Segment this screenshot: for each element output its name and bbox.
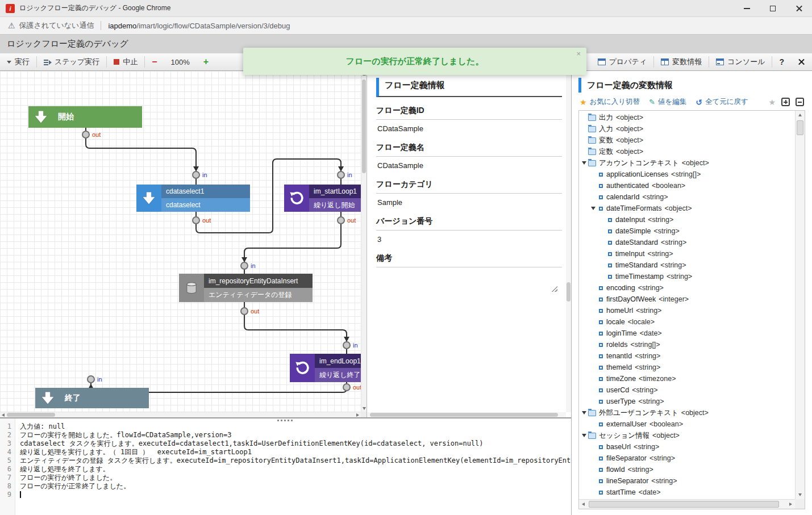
flow-info-panel-title: フロー定義情報 [376, 78, 562, 97]
titlebar: i ロジックフロー定義のデバッグ - Google Chrome [0, 0, 812, 17]
tree-item[interactable]: 入力<object> [579, 123, 795, 135]
resize-grip[interactable] [551, 286, 557, 292]
canvas-horizontal-scrollbar[interactable] [0, 412, 361, 417]
collapse-all-button[interactable] [796, 98, 804, 106]
flow-node-im_endLoop1[interactable]: im_endLoop1繰り返し終了 [290, 354, 361, 382]
variable-type: <timezone> [639, 375, 676, 383]
expand-icon[interactable] [582, 411, 586, 414]
scrollbar-thumb[interactable] [797, 120, 803, 135]
maximize-button[interactable] [760, 0, 786, 16]
flow-node-end[interactable]: 終了 [35, 388, 149, 408]
scroll-right-icon[interactable] [356, 413, 359, 417]
console-panel[interactable]: 1入力値: null2フローの実行を開始しました。flowId=CDataSam… [0, 417, 571, 515]
tree-item[interactable]: tenantId<string> [579, 350, 795, 362]
toast-close-button[interactable]: × [576, 49, 581, 58]
tree-item[interactable]: timeZone<timezone> [579, 373, 795, 384]
field-label: フロー定義名 [376, 135, 562, 157]
tree-item[interactable]: セッション情報<object> [579, 430, 795, 441]
tree-vertical-scrollbar[interactable] [795, 111, 805, 499]
run-button[interactable]: 実行 [0, 53, 36, 70]
properties-button[interactable]: プロパティ [591, 53, 654, 70]
scroll-down-icon[interactable] [798, 493, 802, 496]
tree-horizontal-scrollbar[interactable] [579, 499, 795, 509]
variables-tree: 出力<object>入力<object>変数<object>定数<object>… [578, 110, 805, 509]
zoom-in-button[interactable]: + [197, 53, 215, 70]
tree-item[interactable]: firstDayOfWeek<integer> [579, 294, 795, 305]
help-button[interactable]: ? [772, 53, 791, 70]
scroll-up-icon[interactable] [798, 114, 802, 116]
console-line: 1入力値: null [0, 422, 571, 431]
tree-item[interactable]: startTime<date> [579, 487, 795, 498]
expand-icon[interactable] [582, 434, 586, 437]
security-label[interactable]: 保護されていない通信 [19, 20, 94, 31]
tree-item[interactable]: 定数<object> [579, 146, 795, 157]
flow-node-im_startLoop1[interactable]: im_startLoop1繰り返し開始 [284, 185, 361, 212]
tree-item[interactable]: calendarId<string> [579, 191, 795, 203]
tree-item[interactable]: dateTimeFormats<object> [579, 203, 795, 214]
tree-item[interactable]: externalUser<boolean> [579, 418, 795, 430]
revert-all-button[interactable]: ↺ 全て元に戻す [696, 97, 748, 107]
tree-item[interactable]: 外部ユーザコンテキスト<object> [579, 407, 795, 418]
scroll-right-icon[interactable] [789, 503, 792, 506]
scroll-down-icon[interactable] [363, 407, 366, 410]
tree-item[interactable]: timeInput<string> [579, 248, 795, 259]
tree-item[interactable]: roleIds<string[]> [579, 339, 795, 350]
flow-canvas[interactable]: 開始cdataselect1cdataselectim_startLoop1繰り… [0, 71, 361, 412]
tree-item[interactable]: lineSeparator<string> [579, 475, 795, 487]
tree-item[interactable]: アカウントコンテキスト<object> [579, 157, 795, 169]
scrollbar-thumb[interactable] [589, 501, 779, 508]
scrollbar-thumb[interactable] [567, 282, 571, 302]
variable-type: <object> [664, 204, 692, 212]
tree-item[interactable]: baseUrl<string> [579, 441, 795, 453]
flow-node-start[interactable]: 開始 [28, 106, 142, 128]
scrollbar-thumb[interactable] [7, 413, 55, 417]
info-horizontal-scrollbar[interactable] [367, 412, 566, 417]
minimize-button[interactable] [734, 0, 760, 16]
warning-icon[interactable]: ⚠ [8, 21, 15, 30]
expand-icon[interactable] [591, 207, 596, 210]
tree-item[interactable]: userCd<string> [579, 384, 795, 396]
tree-item[interactable]: applicationLicenses<string[]> [579, 169, 795, 180]
tree-item[interactable]: themeId<string> [579, 362, 795, 373]
flow-node-cdataselect1[interactable]: cdataselect1cdataselect [136, 185, 250, 212]
tree-item[interactable]: homeUrl<string> [579, 305, 795, 316]
info-vertical-scrollbar[interactable] [566, 71, 571, 412]
close-debugger-button[interactable] [791, 53, 812, 70]
tree-item[interactable]: userType<string> [579, 396, 795, 407]
tree-item[interactable]: 出力<object> [579, 112, 795, 123]
tree-item[interactable]: encoding<string> [579, 282, 795, 294]
tree-item[interactable]: dateStandard<string> [579, 237, 795, 248]
tree-item[interactable]: authenticated<boolean> [579, 180, 795, 191]
scroll-left-icon[interactable] [582, 503, 585, 506]
scrollbar-thumb[interactable] [370, 413, 558, 417]
expand-all-button[interactable] [781, 98, 790, 106]
console-resize-grip[interactable] [277, 420, 293, 421]
variables-button[interactable]: 変数情報 [654, 53, 709, 70]
address-bar[interactable]: ⚠ 保護されていない通信 iapdemo/imart/logic/flow/CD… [0, 17, 812, 35]
flow-node-im_repositoryEntityDataInsert1[interactable]: im_repositoryEntityDataInsertエンティティデータの登… [179, 274, 313, 302]
line-text: cdataselect タスクを実行します。executeId=cdatasel… [15, 439, 571, 448]
favorite-toggle-button[interactable]: ★ お気に入り切替 [580, 97, 640, 107]
console-output[interactable]: 1入力値: null2フローの実行を開始しました。flowId=CDataSam… [0, 422, 571, 515]
tree-item[interactable]: timeStandard<string> [579, 259, 795, 271]
scroll-left-icon[interactable] [2, 413, 5, 417]
tree-item[interactable]: 変数<object> [579, 135, 795, 146]
console-button[interactable]: コンソール [709, 53, 772, 70]
scrollbar-thumb[interactable] [362, 79, 366, 173]
tree-item[interactable]: dateSimple<string> [579, 225, 795, 237]
tree-item[interactable]: flowId<string> [579, 464, 795, 475]
zoom-out-button[interactable]: − [145, 53, 164, 70]
canvas-vertical-scrollbar[interactable] [361, 71, 367, 412]
step-run-button[interactable]: ステップ実行 [37, 53, 106, 70]
edit-value-button[interactable]: ✎ 値を編集 [649, 97, 686, 107]
expand-icon[interactable] [582, 161, 586, 165]
tree-item[interactable]: fileSeparator<string> [579, 453, 795, 464]
tree-item[interactable]: loginTime<date> [579, 328, 795, 339]
abort-button[interactable]: 中止 [107, 53, 144, 70]
tree-item[interactable]: timeTimestamp<string> [579, 271, 795, 282]
url-text[interactable]: iapdemo/imart/logic/flow/CDataSample/ver… [108, 22, 290, 30]
tree-item[interactable]: locale<locale> [579, 316, 795, 328]
close-window-button[interactable] [786, 0, 812, 16]
favorite-filter-icon[interactable]: ★ [768, 98, 776, 107]
tree-item[interactable]: dateInput<string> [579, 214, 795, 225]
